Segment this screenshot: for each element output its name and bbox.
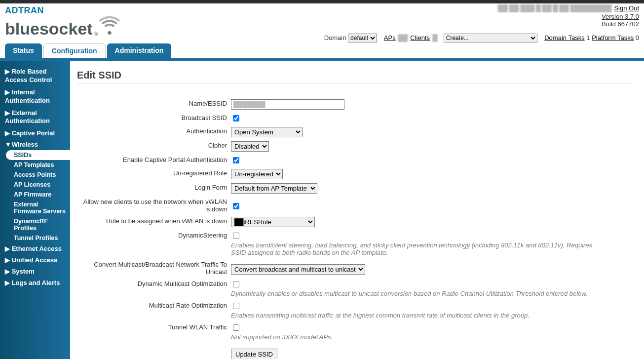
label-name-essid: Name/ESSID xyxy=(77,98,231,107)
label-mro: Multicast Rate Optimization xyxy=(77,300,231,309)
checkbox-dynamic-steering[interactable] xyxy=(233,233,239,239)
hint-dynamic-steering: Enables band/client steering, load balan… xyxy=(231,241,606,256)
clients-link[interactable]: Clients xyxy=(410,34,430,41)
label-role-when-down: Role to be assigned when vWLAN is down xyxy=(77,216,231,225)
sidebar-item-rbac[interactable]: ▶ Role Based Access Control xyxy=(0,66,70,86)
update-ssid-button[interactable]: Update SSID xyxy=(231,349,277,359)
domain-select[interactable]: default xyxy=(348,34,377,42)
hint-dmo: Dynamically enables or disables multicas… xyxy=(231,290,606,297)
aps-count: ██ xyxy=(397,34,408,41)
platform-tasks-count: 0 xyxy=(636,34,639,41)
checkbox-allow-new-clients-down[interactable] xyxy=(233,203,239,209)
sidebar-sub-ap-licenses[interactable]: AP Licenses xyxy=(0,180,70,190)
tab-administration[interactable]: Administration xyxy=(107,43,172,58)
select-unregistered-role[interactable]: Un-registered xyxy=(231,169,283,179)
checkbox-mro[interactable] xyxy=(233,303,239,309)
sidebar-sub-ap-firmware[interactable]: AP Firmware xyxy=(0,190,70,199)
label-convert-mcast: Convert Multicast/Broadcast Network Traf… xyxy=(77,259,231,276)
create-select[interactable]: Create... xyxy=(444,34,537,42)
sidebar-sub-dynamicrf[interactable]: DynamicRF Profiles xyxy=(0,216,70,233)
sidebar-item-wireless[interactable]: ▼ Wireless xyxy=(0,139,70,150)
select-authentication[interactable]: Open System xyxy=(231,127,303,137)
label-dynamic-steering: DynamicSteering xyxy=(77,230,231,239)
sidebar-sub-access-points[interactable]: Access Points xyxy=(0,170,70,180)
label-allow-new-clients-down: Allow new clients to use the network whe… xyxy=(77,197,231,213)
brand-bluesocket: bluesocket® xyxy=(5,13,120,37)
label-unregistered-role: Un-registered Role xyxy=(77,168,231,177)
sidebar: ▶ Role Based Access Control ▶ Internal A… xyxy=(0,61,70,359)
domain-tasks-link[interactable]: Domain Tasks xyxy=(544,34,584,41)
sidebar-item-ethernet-access[interactable]: ▶ Ethernet Access xyxy=(0,243,70,254)
sidebar-item-captive-portal[interactable]: ▶ Captive Portal xyxy=(0,127,70,139)
header-right: ██-██-███ █ ██ █ ██ █████████ Sign Out V… xyxy=(324,4,639,42)
header: ADTRAN bluesocket® ██-██-███ █ ██ █ ██ █… xyxy=(0,3,644,42)
domain-label: Domain xyxy=(324,34,346,41)
tab-configuration[interactable]: Configuration xyxy=(43,43,106,58)
page-title: Edit SSID xyxy=(77,70,634,83)
select-convert-mcast[interactable]: Convert broadcast and multicast to unica… xyxy=(231,264,365,275)
sidebar-sub-tunnel-profiles[interactable]: Tunnel Profiles xyxy=(0,233,70,243)
sidebar-item-system[interactable]: ▶ System xyxy=(0,266,70,277)
select-cipher[interactable]: Disabled xyxy=(231,141,269,152)
hint-tunnel-wlan: Not supported on 3XXX model APs. xyxy=(231,333,606,341)
sidebar-item-unified-access[interactable]: ▶ Unified Access xyxy=(0,254,70,266)
label-cipher: Cipher xyxy=(77,140,231,149)
tab-status[interactable]: Status xyxy=(5,43,42,58)
sidebar-item-external-auth[interactable]: ▶ External Authentication xyxy=(0,107,70,128)
checkbox-enable-captive-portal[interactable] xyxy=(233,157,239,163)
label-authentication: Authentication xyxy=(77,126,231,135)
sidebar-sub-ext-fw-servers[interactable]: External Firmware Servers xyxy=(0,199,70,216)
sidebar-sub-ap-templates[interactable]: AP Templates xyxy=(0,160,70,170)
sidebar-item-internal-auth[interactable]: ▶ Internal Authentication xyxy=(0,86,70,107)
top-dark-bar xyxy=(0,0,644,3)
select-role-when-down[interactable]: ██iRESRole xyxy=(231,217,315,227)
clients-count: █ xyxy=(432,34,438,41)
registered-mark: ® xyxy=(94,31,98,37)
checkbox-broadcast-ssid[interactable] xyxy=(233,115,239,121)
select-login-form[interactable]: Default from AP Template xyxy=(231,183,317,194)
label-broadcast-ssid: Broadcast SSID xyxy=(77,113,231,121)
sidebar-item-logs-alerts[interactable]: ▶ Logs and Alerts xyxy=(0,277,70,288)
sidebar-sub-ssids[interactable]: SSIDs xyxy=(6,150,70,160)
aps-link[interactable]: APs xyxy=(384,34,396,41)
sign-out-link[interactable]: Sign Out xyxy=(614,4,639,12)
checkbox-tunnel-wlan[interactable] xyxy=(233,324,239,331)
logo-block: ADTRAN bluesocket® xyxy=(5,4,120,37)
main-content: Edit SSID Name/ESSID Broadcast SSID Auth… xyxy=(70,61,644,359)
wifi-icon xyxy=(99,13,120,37)
platform-tasks-link[interactable]: Platform Tasks xyxy=(592,34,634,41)
main-tabs: Status Configuration Administration xyxy=(0,43,644,58)
hint-mro: Enables transmitting multicast traffic a… xyxy=(231,312,606,319)
label-tunnel-wlan: Tunnel WLAN Traffic xyxy=(77,322,231,331)
checkbox-dmo[interactable] xyxy=(233,281,239,287)
version-link[interactable]: Version 3.7.0 xyxy=(602,13,639,20)
input-name-essid[interactable] xyxy=(231,99,344,110)
label-dmo: Dynamic Multicast Optimization xyxy=(77,279,231,287)
domain-bar: Domain default APs ██ Clients █ Create..… xyxy=(324,34,639,42)
user-info-blur: ██-██-███ █ ██ █ ██ █████████ xyxy=(497,4,612,12)
label-login-form: Login Form xyxy=(77,182,231,191)
label-enable-captive-portal: Enable Captive Portal Authentication xyxy=(77,155,231,163)
domain-tasks-count: 1 xyxy=(586,34,590,41)
build-text: Build 667702 xyxy=(324,20,639,28)
